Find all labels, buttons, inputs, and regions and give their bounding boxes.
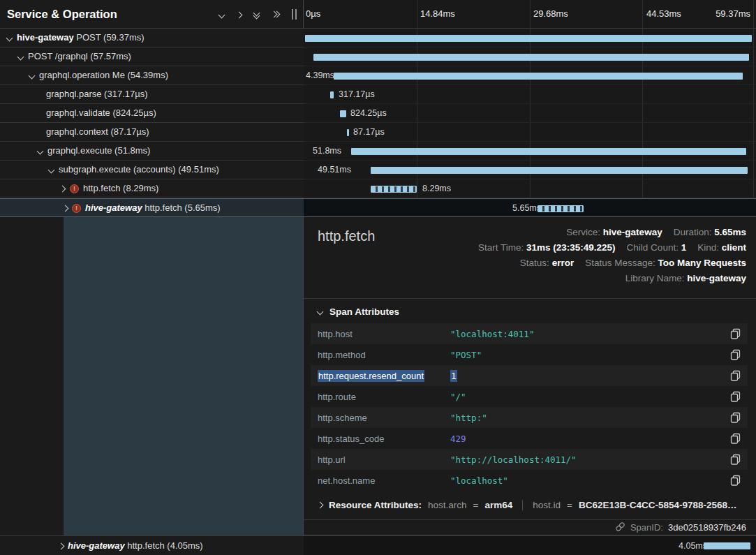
ruler-tick: 44.53ms <box>646 0 681 28</box>
double-chevron-right-icon[interactable] <box>272 12 279 17</box>
meta-line: Library Name: hive-gateway <box>478 271 746 286</box>
span-bar[interactable] <box>340 110 346 117</box>
copy-button[interactable] <box>730 391 741 402</box>
duration-label: 51.8ms <box>313 142 341 161</box>
tree-header: Service & Operation <box>0 0 303 29</box>
duration-label: 4.39ms <box>306 66 334 85</box>
timeline-row[interactable]: 87.17µs <box>304 123 756 142</box>
span-bar[interactable] <box>371 167 748 174</box>
span-tree-panel: Service & Operation hive-gateway POST (5… <box>0 0 304 555</box>
link-icon[interactable] <box>615 521 625 534</box>
span-bar[interactable] <box>371 186 417 193</box>
span-bar[interactable] <box>313 54 749 61</box>
ruler-tick: 29.68ms <box>533 0 568 28</box>
timeline-row[interactable] <box>304 29 756 47</box>
span-bar[interactable] <box>334 73 743 80</box>
timeline-row[interactable]: 49.51ms <box>304 161 756 179</box>
span-attributes-header[interactable]: Span Attributes <box>318 306 399 317</box>
copy-button[interactable] <box>730 412 741 423</box>
meta-line: Start Time: 31ms (23:35:49.225)Child Cou… <box>478 240 746 256</box>
span-row[interactable]: POST /graphql (57.57ms) <box>0 47 304 66</box>
duration-label: 824.25µs <box>350 104 387 123</box>
chevron-down-icon[interactable] <box>219 8 224 20</box>
expander-icon[interactable] <box>29 73 36 80</box>
span-bar[interactable] <box>704 542 750 549</box>
span-row-selected[interactable]: hive-gateway http.fetch (5.65ms) <box>0 198 304 217</box>
span-row[interactable]: graphql.context (87.17µs) <box>0 123 304 142</box>
copy-button[interactable] <box>730 433 741 444</box>
span-row[interactable]: hive-gateway http.fetch (4.05ms) <box>0 535 304 555</box>
timeline-row[interactable]: 4.05ms <box>304 535 756 555</box>
double-chevron-down-icon[interactable] <box>254 10 259 18</box>
span-bar[interactable] <box>330 91 334 98</box>
span-label: hive-gateway http.fetch (5.65ms) <box>85 199 221 217</box>
span-label: POST /graphql (57.57ms) <box>28 47 131 66</box>
span-row[interactable]: subgraph.execute (accounts) (49.51ms) <box>0 161 304 179</box>
span-bar[interactable] <box>538 205 584 212</box>
span-label: hive-gateway http.fetch (4.05ms) <box>68 536 203 555</box>
timeline-row[interactable]: 317.17µs <box>304 85 756 104</box>
span-label: graphql.validate (824.25µs) <box>46 104 156 122</box>
span-label: http.fetch (8.29ms) <box>83 179 158 198</box>
copy-button[interactable] <box>730 349 741 360</box>
span-label: subgraph.execute (accounts) (49.51ms) <box>59 161 219 179</box>
span-id: 3de02518937fb246 <box>668 522 746 533</box>
span-detail-footer: SpanID: 3de02518937fb246 <box>304 519 756 535</box>
copy-button[interactable] <box>730 475 741 486</box>
resource-attributes-row[interactable]: Resource Attributes: host.arch = arm64 h… <box>318 500 737 510</box>
timeline-row-selected[interactable]: 5.65ms <box>304 198 756 217</box>
expander-icon[interactable] <box>17 54 24 61</box>
span-row[interactable]: graphql.validate (824.25µs) <box>0 104 304 123</box>
chevron-right-icon[interactable] <box>237 8 242 20</box>
expander-icon[interactable] <box>59 186 66 193</box>
attribute-row: http.route "/" <box>311 386 748 407</box>
attribute-row: http.url "http://localhost:4011/" <box>311 449 748 470</box>
span-row[interactable]: http.fetch (8.29ms) <box>0 179 304 198</box>
timeline-row[interactable] <box>304 47 756 66</box>
span-bar[interactable] <box>351 148 746 155</box>
ruler-tick: 14.84ms <box>420 0 455 28</box>
span-meta: Service: hive-gatewayDuration: 5.65ms St… <box>478 225 746 286</box>
attribute-row: http.host "localhost:4011" <box>311 323 748 344</box>
ruler-tick: 0µs <box>306 0 320 28</box>
error-icon <box>72 204 81 213</box>
copy-button[interactable] <box>730 454 741 465</box>
expander-icon[interactable] <box>58 543 65 550</box>
expander-icon[interactable] <box>48 167 55 174</box>
ruler-tick: 59.37ms <box>716 0 750 28</box>
span-attributes-table: http.host "localhost:4011" http.method "… <box>311 323 748 491</box>
attribute-row-selected: http.request.resend_count 1 <box>311 365 748 386</box>
copy-button[interactable] <box>730 370 741 381</box>
span-detail-title: http.fetch <box>318 228 375 244</box>
column-resize-handle[interactable] <box>292 9 297 20</box>
copy-button[interactable] <box>730 328 741 339</box>
divider <box>522 500 523 510</box>
duration-label: 49.51ms <box>318 161 351 179</box>
span-bar[interactable] <box>305 35 752 42</box>
span-label: graphql.execute (51.8ms) <box>47 142 150 160</box>
divider <box>304 298 756 299</box>
expander-icon[interactable] <box>62 205 69 212</box>
meta-line: Status: errorStatus Message: Too Many Re… <box>478 256 746 271</box>
timeline-panel: 0µs 14.84ms 29.68ms 44.53ms 59.37ms 4.39… <box>304 0 756 555</box>
chevron-down-icon <box>317 309 324 316</box>
duration-label: 8.29ms <box>422 179 451 198</box>
expanded-span-region <box>64 217 303 535</box>
span-label: graphql.operation Me (54.39ms) <box>39 66 168 84</box>
span-bar[interactable] <box>347 129 349 136</box>
span-label: graphql.context (87.17µs) <box>46 123 149 141</box>
span-detail-panel: http.fetch Service: hive-gatewayDuration… <box>304 217 756 535</box>
expander-icon[interactable] <box>37 148 44 155</box>
span-row[interactable]: graphql.operation Me (54.39ms) <box>0 66 304 85</box>
span-row[interactable]: hive-gateway POST (59.37ms) <box>0 29 304 47</box>
timeline-row[interactable]: 824.25µs <box>304 104 756 123</box>
error-icon <box>70 184 79 193</box>
timeline-row[interactable]: 51.8ms <box>304 142 756 161</box>
chevron-right-icon <box>317 502 324 509</box>
timeline-row[interactable]: 4.39ms <box>304 66 756 85</box>
timeline-row[interactable]: 8.29ms <box>304 179 756 198</box>
span-row[interactable]: graphql.parse (317.17µs) <box>0 85 304 104</box>
panel-title: Service & Operation <box>7 8 117 21</box>
expander-icon[interactable] <box>6 35 13 42</box>
span-row[interactable]: graphql.execute (51.8ms) <box>0 142 304 161</box>
